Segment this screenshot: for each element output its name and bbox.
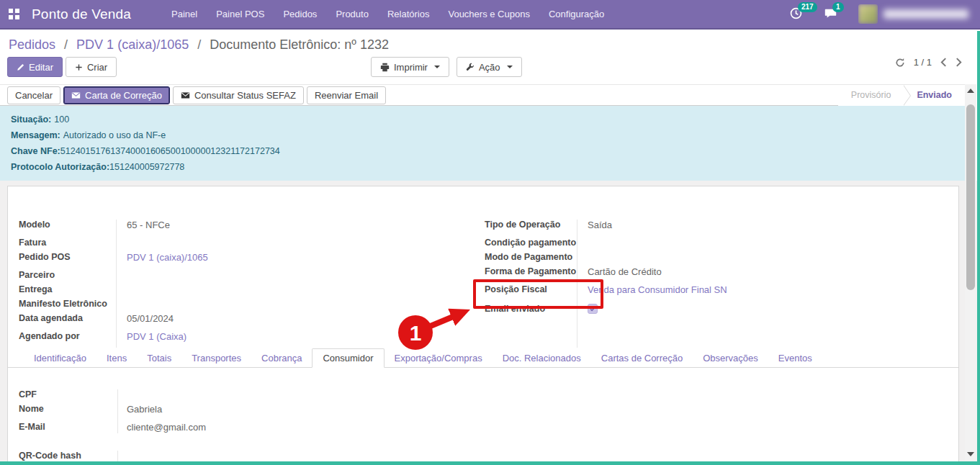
field-tipo-operacao: Tipo de Operação Saída — [485, 218, 930, 232]
cancel-button[interactable]: Cancelar — [7, 86, 60, 104]
pencil-icon — [17, 63, 24, 71]
nav-item-painel[interactable]: Painel — [171, 9, 197, 19]
alert-protocolo: Protocolo Autorização:151240005972778 — [11, 162, 954, 173]
nav-item-vouchers[interactable]: Vouchers e Cupons — [448, 9, 529, 19]
main-menu: Painel Painel POS Pedidos Produto Relató… — [171, 9, 604, 19]
create-button[interactable]: Criar — [66, 57, 117, 77]
action-dropdown-button[interactable]: Ação — [457, 57, 522, 77]
caret-down-icon — [434, 66, 440, 68]
tab-exportacao-compras[interactable]: Exportação/Compras — [385, 349, 493, 367]
activities-clock-icon[interactable]: 217 — [789, 6, 805, 22]
statusbar: Cancelar Carta de Correção Consultar Sta… — [0, 84, 965, 106]
checkmark-icon — [589, 305, 596, 312]
field-data-agendada: Data agendada 05/01/2024 — [19, 312, 485, 326]
tab-consumidor-pane: CPF Nome Gabriela E-Mail cliente@gmail.c… — [8, 368, 958, 465]
field-condicao-pagamento: Condição pagamento — [485, 236, 930, 250]
field-fatura: Fatura — [19, 236, 485, 250]
nav-item-configuracao[interactable]: Configuração — [549, 9, 604, 19]
stage-enviado[interactable]: Enviado — [904, 85, 965, 106]
window-edge-right — [977, 31, 980, 465]
resend-email-button[interactable]: Reenviar Email — [307, 86, 386, 104]
tab-identificacao[interactable]: Identificação — [24, 349, 96, 367]
nav-item-produto[interactable]: Produto — [336, 9, 369, 19]
chevron-right-icon — [956, 58, 962, 67]
edit-button[interactable]: Editar — [7, 57, 63, 77]
envelope-icon — [71, 91, 81, 100]
app-title: Ponto de Venda — [32, 6, 131, 22]
breadcrumb-link-pedidos[interactable]: Pedidos — [9, 37, 55, 52]
field-entrega: Entrega — [19, 283, 485, 297]
posicao-fiscal-link[interactable]: Venda para Consumidor Final SN — [588, 284, 727, 295]
vertical-scrollbar[interactable] — [965, 84, 976, 461]
envelope-icon — [181, 91, 190, 100]
field-email-enviado: Email enviado — [485, 302, 930, 317]
form-group-left: Modelo 65 - NFCe Fatura Pedido POS PDV 1… — [19, 218, 485, 349]
pager: 1 / 1 — [895, 57, 962, 68]
alert-mensagem: Mensagem:Autorizado o uso da NF-e — [11, 130, 954, 141]
form-group-right: Tipo de Operação Saída Condição pagament… — [485, 218, 958, 349]
stage-provisorio[interactable]: Provisório — [838, 85, 904, 106]
tab-observacoes[interactable]: Observações — [693, 349, 768, 367]
scrollbar-thumb[interactable] — [966, 104, 975, 290]
field-modelo: Modelo 65 - NFCe — [19, 218, 485, 232]
messages-chat-icon[interactable]: 1 — [824, 6, 840, 22]
field-nome: Nome Gabriela — [19, 402, 485, 417]
plus-icon — [75, 63, 83, 71]
window-edge-bottom — [0, 461, 980, 465]
form-sheet: Modelo 65 - NFCe Fatura Pedido POS PDV 1… — [7, 186, 959, 465]
email-sent-checkbox[interactable] — [588, 304, 598, 314]
field-modo-pagamento: Modo de Pagamento — [485, 250, 930, 265]
agendado-por-link[interactable]: PDV 1 (Caixa) — [127, 331, 186, 342]
activity-count-badge: 217 — [798, 2, 817, 12]
apps-grid-icon[interactable] — [0, 0, 27, 29]
pager-next-button[interactable] — [956, 58, 962, 67]
tab-consumidor[interactable]: Consumidor — [312, 348, 384, 368]
nav-item-pedidos[interactable]: Pedidos — [283, 9, 317, 19]
correction-letter-button[interactable]: Carta de Correção — [63, 86, 170, 104]
breadcrumb-separator: / — [197, 37, 201, 52]
tab-eventos[interactable]: Eventos — [768, 349, 822, 367]
alert-chave-nfe: Chave NFe:512401517613740001606500100000… — [11, 146, 954, 157]
pedido-pos-link[interactable]: PDV 1 (caixa)/1065 — [127, 252, 208, 263]
field-agendado-por: Agendado por PDV 1 (Caixa) — [19, 330, 485, 344]
control-panel: Pedidos / PDV 1 (caixa)/1065 / Documento… — [0, 31, 980, 84]
breadcrumb: Pedidos / PDV 1 (caixa)/1065 / Documento… — [9, 37, 389, 53]
status-pipeline: Provisório Enviado — [838, 85, 965, 106]
printer-icon — [380, 63, 390, 72]
tab-totais[interactable]: Totais — [137, 349, 181, 367]
user-name-redacted — [884, 9, 968, 19]
field-parceiro: Parceiro — [19, 268, 485, 283]
tab-transportes[interactable]: Transportes — [181, 349, 251, 367]
tab-itens[interactable]: Itens — [96, 349, 137, 367]
top-navbar: Ponto de Venda Painel Painel POS Pedidos… — [0, 0, 980, 30]
field-email: E-Mail cliente@gmail.com — [19, 420, 485, 435]
field-cpf: CPF — [19, 388, 485, 402]
nav-item-relatorios[interactable]: Relatórios — [387, 9, 430, 19]
tab-doc-relacionados[interactable]: Doc. Relacionados — [493, 349, 591, 367]
tab-cobranca[interactable]: Cobrança — [251, 349, 312, 367]
check-sefaz-status-button[interactable]: Consultar Status SEFAZ — [173, 86, 304, 104]
pager-count: 1 / 1 — [914, 57, 932, 68]
scrollbar-down-icon[interactable] — [965, 449, 976, 459]
consumer-group: CPF Nome Gabriela E-Mail cliente@gmail.c… — [19, 388, 485, 435]
print-dropdown-button[interactable]: Imprimir — [371, 57, 449, 77]
wrench-icon — [466, 63, 475, 71]
breadcrumb-link-pdv[interactable]: PDV 1 (caixa)/1065 — [76, 37, 189, 52]
field-manifesto: Manifesto Eletrônico — [19, 297, 485, 312]
breadcrumb-separator: / — [64, 37, 68, 52]
pager-previous-button[interactable] — [940, 58, 947, 67]
scrollbar-up-icon[interactable] — [965, 86, 976, 96]
avatar — [858, 4, 878, 24]
caret-down-icon — [507, 66, 513, 68]
notebook-tabs: Identificação Itens Totais Transportes C… — [8, 349, 958, 368]
nav-item-painel-pos[interactable]: Painel POS — [216, 9, 264, 19]
field-pedido-pos: Pedido POS PDV 1 (caixa)/1065 — [19, 250, 485, 265]
refresh-button[interactable] — [895, 58, 905, 68]
user-menu[interactable] — [858, 4, 968, 24]
message-count-badge: 1 — [832, 2, 844, 12]
breadcrumb-current: Documento Eletrônico: nº 1232 — [210, 37, 389, 52]
field-forma-pagamento: Forma de Pagamento Cartão de Crédito — [485, 265, 930, 279]
refresh-icon — [895, 58, 905, 68]
tab-cartas-de-correcao[interactable]: Cartas de Correção — [591, 349, 693, 367]
alert-situacao: Situação:100 — [11, 114, 954, 125]
